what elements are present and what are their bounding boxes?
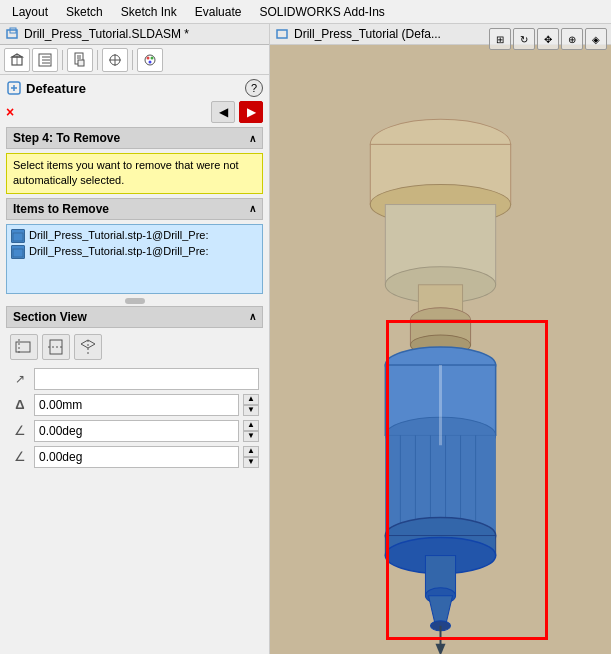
ref-input-row: ↗ (10, 368, 259, 390)
distance-spin-down[interactable]: ▼ (243, 405, 259, 416)
toolbar-divider3 (132, 50, 133, 70)
feature-title: Defeature (6, 80, 86, 96)
step4-title: Step 4: To Remove (13, 131, 120, 145)
distance-spin-up[interactable]: ▲ (243, 394, 259, 405)
step4-header[interactable]: Step 4: To Remove ∧ (6, 127, 263, 149)
feature-header: Defeature ? (6, 79, 263, 97)
menu-layout[interactable]: Layout (4, 3, 56, 21)
section-view-title: Section View (13, 310, 87, 324)
close-button[interactable]: × (6, 104, 14, 120)
left-panel: Drill_Press_Tutorial.SLDASM * (0, 24, 270, 654)
svg-point-18 (151, 56, 154, 59)
crosshair-button[interactable] (102, 48, 128, 72)
angle2-spin-down[interactable]: ▼ (243, 457, 259, 468)
palette-icon (142, 52, 158, 68)
items-list[interactable]: Drill_Press_Tutorial.stp-1@Drill_Pre: Dr… (6, 224, 263, 294)
section-view-content: ↗ Δ ▲ ▼ ∠ (6, 328, 263, 478)
angle1-spin-up[interactable]: ▲ (243, 420, 259, 431)
section-view-header[interactable]: Section View ∧ (6, 306, 263, 328)
svg-rect-23 (13, 233, 23, 241)
svg-rect-31 (277, 30, 287, 38)
angle2-spinner: ▲ ▼ (243, 446, 259, 468)
nav-back-button[interactable]: ◀ (211, 101, 235, 123)
section-plane-x-button[interactable] (10, 334, 38, 360)
angle1-input-row: ∠ ▲ ▼ (10, 420, 259, 442)
cube-button[interactable] (4, 48, 30, 72)
angle2-input[interactable] (34, 446, 239, 468)
tree-label: Drill_Press_Tutorial (Defa... (294, 27, 441, 41)
menu-addins[interactable]: SOLIDWORKS Add-Ins (251, 3, 392, 21)
file-title: Drill_Press_Tutorial.SLDASM * (24, 27, 189, 41)
menu-sketch[interactable]: Sketch (58, 3, 111, 21)
angle1-icon: ∠ (10, 421, 30, 441)
item-icon-1 (11, 229, 25, 243)
step4-chevron: ∧ (249, 133, 256, 144)
items-chevron: ∧ (249, 203, 256, 214)
assembly-icon (6, 27, 20, 41)
part-icon (12, 230, 26, 244)
angle1-spinner: ▲ ▼ (243, 420, 259, 442)
angle1-spin-down[interactable]: ▼ (243, 431, 259, 442)
assembly-tree-icon (276, 27, 290, 41)
menu-evaluate[interactable]: Evaluate (187, 3, 250, 21)
angle1-input[interactable] (34, 420, 239, 442)
section-plane-z-icon (79, 338, 97, 356)
doc-button[interactable] (67, 48, 93, 72)
section-plane-y-button[interactable] (42, 334, 70, 360)
nav-forward-button[interactable]: ▶ (239, 101, 263, 123)
drag-handle[interactable] (125, 298, 145, 304)
angle2-spin-up[interactable]: ▲ (243, 446, 259, 457)
defeature-icon (6, 80, 22, 96)
section-view-chevron: ∧ (249, 311, 256, 322)
list-button[interactable] (32, 48, 58, 72)
menu-sketch-ink[interactable]: Sketch Ink (113, 3, 185, 21)
section-view-section: Section View ∧ (6, 306, 263, 478)
item-text-2: Drill_Press_Tutorial.stp-1@Drill_Pre: (29, 245, 208, 257)
3d-model-svg (270, 45, 611, 654)
delta-icon: Δ (10, 395, 30, 415)
3d-model-area[interactable] (270, 45, 611, 654)
file-title-bar: Drill_Press_Tutorial.SLDASM * (0, 24, 269, 45)
part-icon2 (12, 246, 26, 260)
section-view-icons (10, 334, 259, 360)
feature-close-row: × ◀ ▶ (6, 101, 263, 123)
svg-rect-24 (13, 249, 23, 257)
distance-spinner: ▲ ▼ (243, 394, 259, 416)
step4-section: Step 4: To Remove ∧ Select items you wan… (6, 127, 263, 194)
distance-input[interactable] (34, 394, 239, 416)
svg-point-19 (149, 60, 152, 63)
toolbar-divider (62, 50, 63, 70)
cube-icon (9, 52, 25, 68)
list-icon (37, 52, 53, 68)
menu-bar: Layout Sketch Sketch Ink Evaluate SOLIDW… (0, 0, 611, 24)
item-icon-2 (11, 245, 25, 259)
feature-panel: Defeature ? × ◀ ▶ Step 4: To Remove ∧ Se… (0, 75, 269, 484)
angle2-input-row: ∠ ▲ ▼ (10, 446, 259, 468)
palette-button[interactable] (137, 48, 163, 72)
section-plane-z-button[interactable] (74, 334, 102, 360)
help-button[interactable]: ? (245, 79, 263, 97)
list-item: Drill_Press_Tutorial.stp-1@Drill_Pre: (11, 245, 258, 259)
items-section: Items to Remove ∧ Drill_Press_Tutorial.s… (6, 198, 263, 294)
distance-input-row: Δ ▲ ▼ (10, 394, 259, 416)
ref-input[interactable] (34, 368, 259, 390)
doc-icon (72, 52, 88, 68)
items-header[interactable]: Items to Remove ∧ (6, 198, 263, 220)
items-title: Items to Remove (13, 202, 109, 216)
right-panel: Drill_Press_Tutorial (Defa... ⊞ ↻ ✥ ⊕ ◈ (270, 24, 611, 654)
main-toolbar (0, 45, 269, 75)
svg-rect-10 (78, 60, 84, 66)
section-plane-y-icon (47, 338, 65, 356)
section-plane-x-icon (15, 338, 33, 356)
main-area: Drill_Press_Tutorial.SLDASM * (0, 24, 611, 654)
drag-area (6, 298, 263, 304)
item-text-1: Drill_Press_Tutorial.stp-1@Drill_Pre: (29, 229, 208, 241)
step4-info-text: Select items you want to remove that wer… (13, 159, 239, 186)
step4-info: Select items you want to remove that wer… (6, 153, 263, 194)
toolbar-divider2 (97, 50, 98, 70)
list-item: Drill_Press_Tutorial.stp-1@Drill_Pre: (11, 229, 258, 243)
crosshair-icon (107, 52, 123, 68)
arrow-icon: ↗ (10, 369, 30, 389)
angle2-icon: ∠ (10, 447, 30, 467)
svg-point-17 (147, 56, 150, 59)
